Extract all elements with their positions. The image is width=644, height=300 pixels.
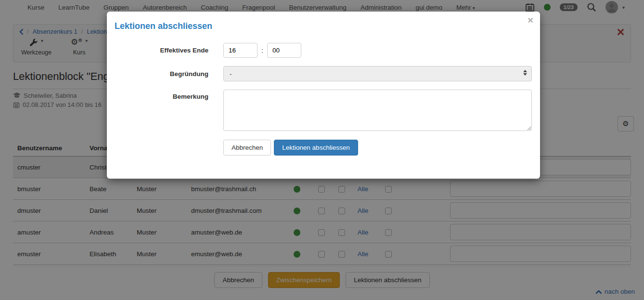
remark-label: Bemerkung [119,90,208,100]
close-lessons-dialog: Lektionen abschliessen × Effektives Ende… [107,12,540,179]
dialog-submit-button[interactable]: Lektionen abschliessen [274,140,358,156]
reason-selected-value: - [230,70,232,78]
select-arrows-icon [523,70,527,76]
dialog-cancel-button[interactable]: Abbrechen [223,140,271,156]
reason-row: Begründung - [119,66,532,81]
remark-textarea[interactable] [223,90,532,131]
effective-end-label: Effektives Ende [119,47,208,54]
effective-end-row: Effektives Ende : [119,43,532,58]
close-icon[interactable]: × [528,15,533,25]
end-minute-input[interactable] [267,43,301,58]
reason-label: Begründung [119,70,208,78]
end-hour-input[interactable] [223,43,258,58]
dialog-title: Lektionen abschliessen [107,12,540,31]
remark-row: Bemerkung [119,90,532,131]
time-colon: : [261,47,263,54]
reason-select[interactable]: - [223,66,532,81]
